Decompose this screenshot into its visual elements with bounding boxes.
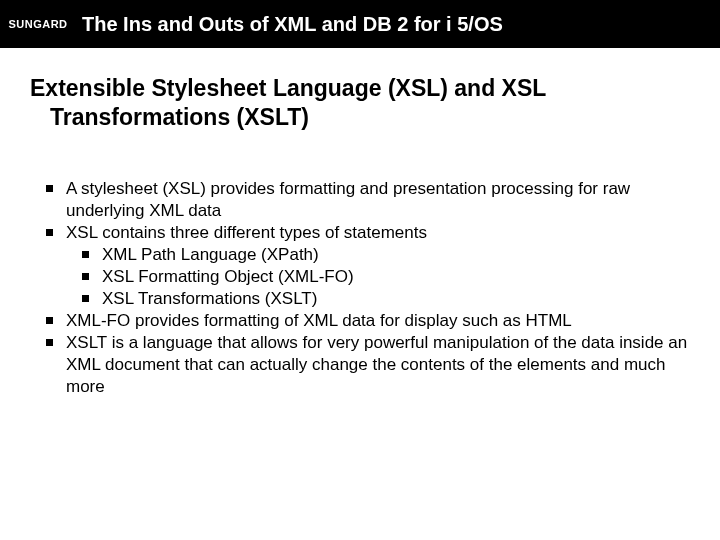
header-bar: SUNGARD The Ins and Outs of XML and DB 2… <box>0 0 720 48</box>
list-item: XML-FO provides formatting of XML data f… <box>30 310 690 332</box>
bullet-text: XSL Formatting Object (XML-FO) <box>102 267 354 286</box>
list-item: XSL Formatting Object (XML-FO) <box>66 266 690 288</box>
bullet-text: A stylesheet (XSL) provides formatting a… <box>66 179 630 220</box>
list-item: A stylesheet (XSL) provides formatting a… <box>30 178 690 222</box>
slide-content: Extensible Stylesheet Language (XSL) and… <box>0 48 720 398</box>
bullet-text: XSLT is a language that allows for very … <box>66 333 687 396</box>
list-item: XSL Transformations (XSLT) <box>66 288 690 310</box>
sub-bullet-list: XML Path Language (XPath) XSL Formatting… <box>66 244 690 310</box>
heading-line-2: Transformations (XSLT) <box>30 103 690 132</box>
list-item: XML Path Language (XPath) <box>66 244 690 266</box>
logo: SUNGARD <box>0 0 76 48</box>
list-item: XSLT is a language that allows for very … <box>30 332 690 398</box>
slide-deck-title: The Ins and Outs of XML and DB 2 for i 5… <box>76 13 503 36</box>
bullet-text: XSL contains three different types of st… <box>66 223 427 242</box>
slide-heading: Extensible Stylesheet Language (XSL) and… <box>30 74 690 132</box>
bullet-text: XML Path Language (XPath) <box>102 245 319 264</box>
bullet-text: XML-FO provides formatting of XML data f… <box>66 311 572 330</box>
bullet-list: A stylesheet (XSL) provides formatting a… <box>30 178 690 399</box>
heading-line-1: Extensible Stylesheet Language (XSL) and… <box>30 75 546 101</box>
list-item: XSL contains three different types of st… <box>30 222 690 310</box>
bullet-text: XSL Transformations (XSLT) <box>102 289 317 308</box>
